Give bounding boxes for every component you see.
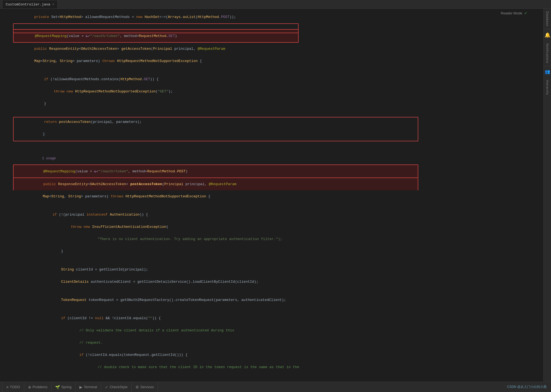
code-line: public ResponseEntity<OAuth2AccessToken>… xyxy=(13,43,543,55)
code-line xyxy=(13,23,543,29)
code-editor[interactable]: Reader Mode ✓ private Set<HttpMethod> al… xyxy=(0,9,543,382)
terminal-icon: ▶ xyxy=(79,385,82,389)
code-line: TokenRequest tokenRequest = getOAuth2Req… xyxy=(13,294,543,306)
reader-mode-button[interactable]: Reader Mode xyxy=(501,11,522,15)
code-line: if (clientId != null && !clientId.equals… xyxy=(13,312,543,324)
code-line xyxy=(13,146,543,152)
bottom-item-services[interactable]: ⚙ Services xyxy=(132,382,158,392)
notifications-icon[interactable]: 🔔 xyxy=(544,29,550,41)
bottom-item-spring[interactable]: 🌱 Spring xyxy=(51,382,76,392)
services-icon: ⚙ xyxy=(135,385,139,389)
right-sidebar: Database 🔔 Notifications 👥 Hierarchy xyxy=(543,9,551,382)
reader-mode-bar: Reader Mode ✓ xyxy=(501,10,527,16)
bottom-item-todo[interactable]: ≡ TODO xyxy=(2,382,24,392)
code-line-comment: // Only validate the client details if a… xyxy=(13,324,543,337)
close-icon[interactable]: × xyxy=(52,3,54,6)
services-label: Services xyxy=(140,385,154,389)
code-line: Map<String, String> parameters) throws H… xyxy=(13,55,543,67)
code-line xyxy=(13,203,543,209)
bottom-item-problems[interactable]: ⊕ Problems xyxy=(24,382,52,392)
code-line: private Set<HttpMethod> allowedRequestMe… xyxy=(13,11,543,23)
status-text: CSDN @从入门小白到小黑 xyxy=(507,385,547,389)
reader-mode-check: ✓ xyxy=(524,10,527,16)
code-line xyxy=(13,140,543,146)
editor-tab[interactable]: CustomController.java × xyxy=(2,0,58,8)
code-line xyxy=(13,67,543,73)
status-bar: CSDN @从入门小白到小黑 xyxy=(507,385,549,389)
problems-icon: ⊕ xyxy=(28,385,31,389)
code-line-string: "There is no client authentication. Try … xyxy=(13,233,543,245)
sidebar-database-label[interactable]: Database xyxy=(546,9,549,29)
bottom-item-terminal[interactable]: ▶ Terminal xyxy=(76,382,101,392)
code-line xyxy=(13,306,543,312)
bottom-bar: ≡ TODO ⊕ Problems 🌱 Spring ▶ Terminal ✓ … xyxy=(0,382,551,392)
checkstyle-label: CheckStyle xyxy=(110,385,128,389)
tab-bar: CustomController.java × xyxy=(0,0,551,9)
code-line-post-method: public ResponseEntity<OAuth2AccessToken>… xyxy=(13,178,418,190)
code-line-comment: // double check to make sure that the cl… xyxy=(13,361,543,373)
main-area: Reader Mode ✓ private Set<HttpMethod> al… xyxy=(0,9,551,382)
code-line: return postAccessToken(principal, parame… xyxy=(13,116,543,128)
code-line: if (!(principal instanceof Authenticatio… xyxy=(13,209,543,221)
code-line-usage: 1 usage xyxy=(13,152,543,164)
code-line: } xyxy=(13,98,543,110)
code-line-annotation-post: @RequestMapping(value = ☯✓"/oauth/token"… xyxy=(13,164,418,178)
todo-icon: ≡ xyxy=(6,385,8,389)
sidebar-notifications-label[interactable]: Notifications xyxy=(546,41,549,66)
todo-label: TODO xyxy=(10,385,20,389)
code-line: if (!allowedRequestMethods.contains(Http… xyxy=(13,73,543,85)
tab-filename: CustomController.java xyxy=(6,2,50,7)
bottom-item-checkstyle[interactable]: ✓ CheckStyle xyxy=(101,382,132,392)
code-line: } xyxy=(13,128,543,140)
code-line: Map<String, String> parameters) throws H… xyxy=(13,190,543,203)
spring-label: Spring xyxy=(61,385,72,389)
code-line-annotation-get: @RequestMapping(value = ☯✓"/oauth/token"… xyxy=(13,29,299,43)
hierarchy-icon[interactable]: 👥 xyxy=(545,66,550,77)
checkstyle-icon: ✓ xyxy=(105,385,108,389)
code-line xyxy=(13,257,543,263)
problems-label: Problems xyxy=(33,385,48,389)
code-line xyxy=(13,110,543,116)
code-line xyxy=(13,288,543,294)
code-line-throw2: throw new InsufficientAuthenticationExce… xyxy=(13,221,543,233)
code-line: } xyxy=(13,245,543,257)
code-line-comment: // request. xyxy=(13,337,543,349)
code-line: ClientDetails authenticatedClient = getC… xyxy=(13,276,543,288)
code-line: String clientId = getClientId(principal)… xyxy=(13,263,543,276)
sidebar-hierarchy-label[interactable]: Hierarchy xyxy=(546,77,549,98)
terminal-label: Terminal xyxy=(84,385,97,389)
spring-icon: 🌱 xyxy=(55,385,60,389)
code-line: if (!clientId.equals(tokenRequest.getCli… xyxy=(13,349,543,361)
code-line-throw: throw new HttpRequestMethodNotSupportedE… xyxy=(13,85,543,98)
